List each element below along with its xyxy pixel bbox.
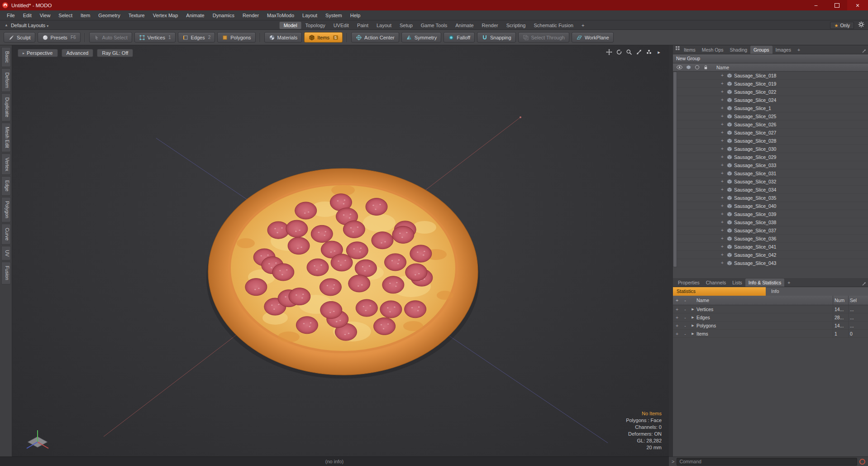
group-list-item[interactable]: + Sausage_Slice_032 [677, 178, 868, 186]
minimize-button[interactable]: – [806, 0, 826, 10]
expand-item-toggle[interactable]: + [721, 236, 727, 241]
tool-category-tab[interactable]: UV [1, 246, 11, 261]
expand-all-button[interactable]: + [673, 298, 681, 303]
menu-item[interactable]: Item [76, 13, 94, 18]
item-filter-icon[interactable] [686, 65, 691, 70]
row-arrow-icon[interactable]: ▶ [689, 332, 696, 336]
new-group-button[interactable]: New Group [673, 54, 868, 63]
menu-item[interactable]: Animate [182, 13, 208, 18]
expand-item-toggle[interactable]: + [721, 228, 727, 233]
expand-item-toggle[interactable]: + [721, 187, 727, 192]
tab-game-tools[interactable]: Game Tools [417, 22, 452, 29]
tab-info-statistics[interactable]: Info & Statistics [745, 279, 784, 287]
add-panel-tab-button[interactable]: + [794, 46, 803, 54]
expand-item-toggle[interactable]: + [721, 252, 727, 257]
menu-item[interactable]: Select [54, 13, 76, 18]
group-list-item[interactable]: + Sausage_Slice_038 [677, 218, 868, 226]
expand-panel-icon[interactable] [862, 47, 866, 55]
viewport-settings-icon[interactable] [645, 48, 653, 56]
expand-item-toggle[interactable]: + [721, 130, 727, 135]
advanced-button[interactable]: Advanced [62, 49, 94, 57]
pan-icon[interactable] [606, 48, 613, 56]
group-list-item[interactable]: + Sausage_Slice_036 [677, 235, 868, 243]
panel-grid-icon[interactable] [676, 44, 680, 52]
row-collapse-button[interactable]: - [681, 315, 689, 320]
group-list-item[interactable]: + Sausage_Slice_029 [677, 153, 868, 161]
falloff-button[interactable]: Falloff [444, 32, 475, 43]
gear-icon[interactable] [858, 21, 864, 29]
row-collapse-button[interactable]: - [681, 323, 689, 328]
lock-filter-icon[interactable] [703, 65, 708, 70]
group-list-item[interactable]: + Sausage_Slice_030 [677, 145, 868, 153]
tab-images[interactable]: Images [773, 46, 794, 54]
menu-item[interactable]: Edit [19, 13, 36, 18]
row-arrow-icon[interactable]: ▶ [689, 316, 696, 319]
expand-item-toggle[interactable]: + [721, 73, 727, 78]
tab-items[interactable]: Items [681, 46, 699, 54]
scrollbar-thumb[interactable] [673, 72, 677, 267]
tab-setup[interactable]: Setup [396, 22, 417, 29]
panel-splitter[interactable] [669, 45, 673, 456]
menu-item[interactable]: Help [346, 13, 365, 18]
row-expand-button[interactable]: + [673, 331, 681, 336]
close-button[interactable]: × [847, 0, 868, 10]
group-list-item[interactable]: + Sausage_Slice_035 [677, 194, 868, 202]
expand-item-toggle[interactable]: + [721, 211, 727, 216]
statistics-row[interactable]: + - ▶ Items 1 0 [673, 330, 868, 338]
group-list-item[interactable]: + Sausage_Slice_031 [677, 169, 868, 178]
command-input[interactable] [677, 458, 857, 466]
group-list-item[interactable]: + Sausage_Slice_027 [677, 129, 868, 137]
maximize-button[interactable] [826, 0, 847, 10]
tool-category-tab[interactable]: Duplicate [1, 93, 11, 121]
menu-item[interactable]: Layout [298, 13, 321, 18]
group-list-item[interactable]: + Sausage_Slice_040 [677, 202, 868, 210]
expand-item-toggle[interactable]: + [721, 195, 727, 200]
tab-model[interactable]: Model [280, 22, 301, 29]
vertices-mode-button[interactable]: Vertices 1 [134, 32, 176, 43]
group-list-item[interactable]: + Sausage_Slice_028 [677, 137, 868, 145]
menu-item[interactable]: View [36, 13, 55, 18]
menu-item[interactable]: Texture [124, 13, 149, 18]
raygl-button[interactable]: Ray GL: Off [97, 49, 133, 57]
group-list-item[interactable]: + Sausage_Slice_022 [677, 88, 868, 96]
maximize-viewport-icon[interactable] [635, 48, 643, 56]
row-expand-button[interactable]: + [673, 307, 681, 312]
menu-item[interactable]: MaxToModo [263, 13, 298, 18]
menu-item[interactable]: Render [238, 13, 263, 18]
expand-item-toggle[interactable]: + [721, 138, 727, 143]
edges-mode-button[interactable]: Edges 2 [178, 32, 215, 43]
group-list-item[interactable]: + Sausage_Slice_025 [677, 112, 868, 120]
tab-uvedit[interactable]: UVEdit [329, 22, 353, 29]
row-arrow-icon[interactable]: ▶ [689, 324, 696, 327]
action-center-button[interactable]: Action Center [351, 32, 399, 43]
expand-item-toggle[interactable]: + [721, 203, 727, 208]
group-list-item[interactable]: + Sausage_Slice_037 [677, 226, 868, 235]
tool-category-tab[interactable]: Mesh Edit [1, 123, 11, 152]
expand-item-toggle[interactable]: + [721, 244, 727, 249]
statistics-row[interactable]: + - ▶ Edges 28... ... [673, 313, 868, 322]
items-mode-button[interactable]: Items 5 [304, 32, 343, 43]
select-through-button[interactable]: Select Through [518, 32, 569, 43]
group-list-item[interactable]: + Sausage_Slice_043 [677, 259, 868, 267]
group-list-item[interactable]: + Sausage_Slice_039 [677, 210, 868, 218]
expand-item-toggle[interactable]: + [721, 260, 727, 265]
tab-paint[interactable]: Paint [353, 22, 372, 29]
group-list-item[interactable]: + Sausage_Slice_033 [677, 161, 868, 169]
add-panel-tab-button[interactable]: + [784, 279, 793, 287]
row-arrow-icon[interactable]: ▶ [689, 307, 696, 311]
tab-topology[interactable]: Topology [301, 22, 329, 29]
menu-item[interactable]: Geometry [94, 13, 124, 18]
sculpt-button[interactable]: Sculpt [4, 32, 35, 43]
command-history-icon[interactable] [859, 459, 865, 465]
perspective-button[interactable]: ▸Perspective [18, 49, 58, 57]
expand-item-toggle[interactable]: + [721, 106, 727, 110]
menu-item[interactable]: System [321, 13, 346, 18]
tab-groups[interactable]: Groups [750, 46, 772, 54]
row-expand-button[interactable]: + [673, 323, 681, 328]
tab-scripting[interactable]: Scripting [502, 22, 530, 29]
pin-up-icon[interactable]: ▲ [5, 23, 8, 27]
viewport-3d[interactable]: ▸Perspective Advanced Ray GL: Off ▸ No I… [12, 45, 669, 456]
render-filter-icon[interactable] [695, 65, 700, 70]
auto-select-button[interactable]: Auto Select [89, 32, 132, 43]
polygons-mode-button[interactable]: Polygons [217, 32, 255, 43]
